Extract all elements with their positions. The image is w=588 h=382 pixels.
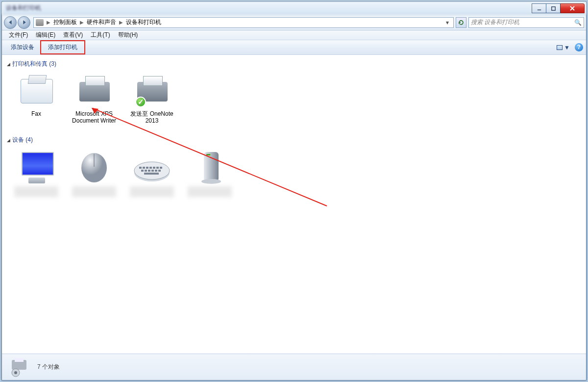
devices-list (7, 148, 586, 206)
maximize-button[interactable] (546, 3, 561, 13)
breadcrumb[interactable]: 控制面板 (53, 18, 77, 26)
mouse-icon (74, 149, 114, 184)
keyboard-icon (132, 149, 172, 184)
external-drive-icon (190, 149, 229, 184)
svg-rect-17 (148, 170, 150, 172)
nav-buttons (4, 16, 31, 29)
address-bar[interactable]: ▶ 控制面板 ▶ 硬件和声音 ▶ 设备和打印机 ▾ (33, 17, 454, 28)
svg-point-23 (201, 179, 221, 184)
add-device-button[interactable]: 添加设备 (5, 41, 40, 54)
nav-bar: ▶ 控制面板 ▶ 硬件和声音 ▶ 设备和打印机 ▾ 搜索 设备和打印机 🔍 (2, 15, 586, 30)
printer-icon: ✓ (132, 73, 172, 108)
menu-help[interactable]: 帮助(H) (114, 30, 142, 40)
view-options-button[interactable]: ▼ (557, 44, 570, 51)
location-icon (36, 19, 44, 26)
status-bar: 7 个对象 (2, 354, 586, 380)
help-button[interactable]: ? (575, 43, 583, 51)
svg-rect-1 (551, 6, 555, 10)
device-item-drive[interactable] (185, 149, 234, 197)
svg-point-30 (14, 371, 17, 374)
menu-bar: 文件(F) 编辑(E) 查看(V) 工具(T) 帮助(H) (2, 30, 586, 40)
add-printer-button[interactable]: 添加打印机 (40, 40, 85, 54)
address-dropdown[interactable]: ▾ (443, 19, 451, 26)
device-label (188, 186, 232, 197)
svg-rect-18 (151, 170, 154, 172)
search-icon: 🔍 (574, 19, 582, 26)
window-controls (532, 3, 585, 13)
menu-view[interactable]: 查看(V) (59, 30, 87, 40)
refresh-button[interactable] (456, 17, 466, 28)
chevron-right-icon[interactable]: ▶ (80, 20, 84, 25)
section-printers-header[interactable]: ◢ 打印机和传真 (3) (7, 57, 586, 72)
svg-rect-12 (153, 167, 155, 169)
svg-rect-16 (145, 170, 147, 172)
device-label (130, 186, 174, 197)
toolbar: 添加设备 添加打印机 ▼ ? (2, 40, 586, 55)
svg-rect-14 (160, 167, 162, 169)
svg-rect-28 (15, 358, 24, 362)
svg-rect-11 (149, 167, 152, 169)
printers-list: Fax Microsoft XPS Document Writer ✓ 发送至 … (7, 72, 586, 133)
section-title: 设备 (4) (12, 136, 33, 144)
device-label (72, 186, 116, 197)
status-icon (9, 357, 30, 378)
printer-icon (74, 73, 114, 108)
device-label: 发送至 OneNote 2013 (127, 110, 176, 124)
forward-button[interactable] (18, 16, 30, 29)
fax-icon (17, 73, 56, 108)
search-input[interactable]: 搜索 设备和打印机 🔍 (468, 17, 584, 28)
svg-rect-8 (139, 167, 142, 169)
svg-rect-24 (206, 154, 210, 155)
back-button[interactable] (4, 16, 17, 29)
collapse-icon: ◢ (7, 62, 10, 67)
svg-rect-20 (158, 170, 161, 172)
device-item-monitor[interactable] (12, 149, 61, 197)
device-label (14, 186, 58, 197)
section-devices-header[interactable]: ◢ 设备 (4) (7, 133, 586, 148)
menu-file[interactable]: 文件(F) (5, 30, 32, 40)
collapse-icon: ◢ (7, 138, 10, 143)
close-button[interactable] (560, 3, 585, 13)
svg-rect-15 (141, 170, 144, 172)
chevron-right-icon[interactable]: ▶ (47, 20, 50, 25)
device-item-fax[interactable]: Fax (12, 73, 61, 124)
status-text: 7 个对象 (37, 363, 60, 371)
svg-rect-21 (144, 173, 159, 175)
svg-rect-22 (204, 152, 219, 181)
svg-rect-13 (156, 167, 159, 169)
device-item-xps[interactable]: Microsoft XPS Document Writer (70, 73, 119, 124)
svg-rect-9 (143, 167, 145, 169)
device-item-mouse[interactable] (70, 149, 119, 197)
explorer-window: 设备和打印机 ▶ 控制面板 ▶ 硬件和声音 ▶ 设备和打印机 ▾ 搜索 设备和打… (1, 1, 587, 381)
search-placeholder: 搜索 设备和打印机 (471, 18, 519, 26)
device-label: Fax (12, 110, 61, 117)
default-check-icon: ✓ (135, 97, 146, 107)
svg-rect-10 (146, 167, 148, 169)
device-label: Microsoft XPS Document Writer (70, 110, 119, 124)
svg-rect-19 (155, 170, 157, 172)
section-title: 打印机和传真 (3) (12, 60, 56, 68)
menu-edit[interactable]: 编辑(E) (32, 30, 59, 40)
minimize-button[interactable] (532, 3, 546, 13)
breadcrumb[interactable]: 硬件和声音 (87, 18, 116, 26)
monitor-icon (17, 149, 56, 184)
menu-tools[interactable]: 工具(T) (87, 30, 114, 40)
content-area: ◢ 打印机和传真 (3) Fax Microsoft XPS Document … (2, 55, 586, 354)
window-title: 设备和打印机 (6, 4, 41, 12)
device-item-onenote[interactable]: ✓ 发送至 OneNote 2013 (127, 73, 176, 124)
chevron-right-icon[interactable]: ▶ (119, 20, 123, 25)
device-item-keyboard[interactable] (127, 149, 176, 197)
breadcrumb[interactable]: 设备和打印机 (126, 18, 161, 26)
titlebar[interactable]: 设备和打印机 (2, 2, 586, 15)
